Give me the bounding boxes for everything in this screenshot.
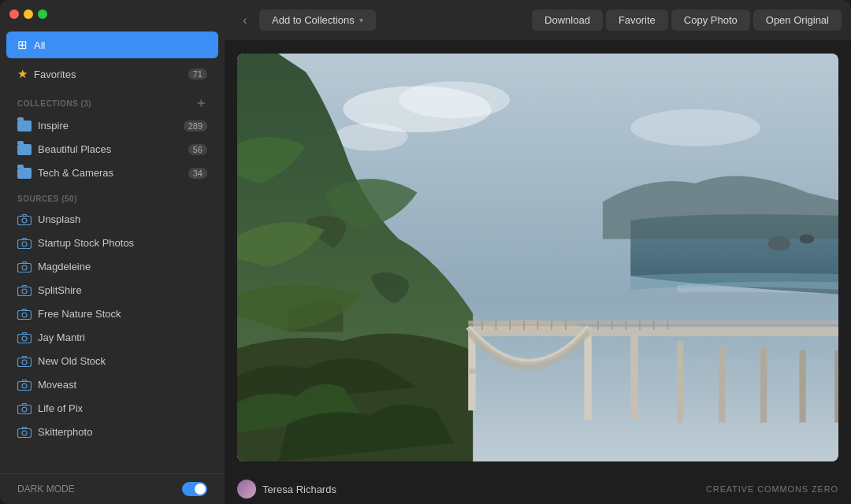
source-item-splitshire[interactable]: SplitShire xyxy=(6,279,218,302)
svg-rect-2 xyxy=(18,239,32,248)
collection-item-beautiful-places[interactable]: Beautiful Places 56 xyxy=(6,138,218,161)
svg-point-19 xyxy=(22,431,27,435)
sidebar-item-all[interactable]: ⊞ All xyxy=(6,32,218,58)
source-item-unsplash[interactable]: Unsplash xyxy=(6,208,218,231)
add-collections-label: Add to Collections xyxy=(272,14,355,26)
source-name: Moveast xyxy=(38,379,76,391)
main-content: ‹ Add to Collections ▾ Download Favorite… xyxy=(225,0,851,504)
download-label: Download xyxy=(544,14,590,26)
source-name: New Old Stock xyxy=(38,355,106,367)
sources-header: SOURCES (50) xyxy=(0,185,225,208)
copy-photo-button[interactable]: Copy Photo xyxy=(671,9,750,31)
source-item-magdeleine[interactable]: Magdeleine xyxy=(6,255,218,278)
svg-point-11 xyxy=(22,336,27,341)
svg-rect-8 xyxy=(18,310,32,319)
svg-rect-12 xyxy=(18,358,32,366)
maximize-button[interactable] xyxy=(38,9,47,19)
collections-header: COLLECTIONS (3) ＋ xyxy=(0,87,225,114)
sidebar-all-label: All xyxy=(34,39,45,51)
collection-name: Tech & Cameras xyxy=(38,167,113,179)
star-icon: ★ xyxy=(17,67,28,81)
photographer-info: Teresa Richards xyxy=(237,480,336,498)
collection-name: Inspire xyxy=(38,120,69,132)
dark-mode-toggle[interactable] xyxy=(182,482,207,496)
svg-point-3 xyxy=(22,242,27,246)
photo-container xyxy=(237,54,838,461)
add-collection-button[interactable]: ＋ xyxy=(195,97,208,109)
license-badge: CREATIVE COMMONS ZERO xyxy=(706,484,838,494)
svg-rect-52 xyxy=(237,54,838,461)
toolbar: ‹ Add to Collections ▾ Download Favorite… xyxy=(225,0,851,41)
svg-rect-4 xyxy=(18,263,32,272)
bridge-photo xyxy=(237,54,838,461)
avatar xyxy=(237,480,256,498)
add-to-collections-button[interactable]: Add to Collections ▾ xyxy=(259,9,376,31)
source-item-moveast[interactable]: Moveast xyxy=(6,373,218,396)
dropdown-arrow-icon: ▾ xyxy=(359,16,363,24)
source-item-new-old-stock[interactable]: New Old Stock xyxy=(6,350,218,372)
camera-icon xyxy=(17,427,32,438)
collections-header-label: COLLECTIONS (3) xyxy=(17,99,91,108)
svg-point-7 xyxy=(22,289,27,294)
source-name: Magdeleine xyxy=(38,261,91,272)
source-item-skitterphoto[interactable]: Skitterphoto xyxy=(6,421,218,443)
traffic-lights xyxy=(9,9,47,19)
source-name: Free Nature Stock xyxy=(38,308,121,320)
svg-point-15 xyxy=(22,384,27,388)
svg-rect-18 xyxy=(18,428,32,437)
svg-rect-10 xyxy=(18,334,32,343)
camera-icon xyxy=(17,380,32,391)
collection-count: 289 xyxy=(184,120,207,132)
svg-point-9 xyxy=(22,313,27,317)
camera-icon xyxy=(17,214,32,225)
favorites-count: 71 xyxy=(188,69,207,80)
folder-icon xyxy=(17,168,32,179)
favorite-label: Favorite xyxy=(619,14,656,26)
svg-point-13 xyxy=(22,360,27,365)
open-original-button[interactable]: Open Original xyxy=(753,9,842,31)
collection-item-inspire[interactable]: Inspire 289 xyxy=(6,114,218,137)
favorite-button[interactable]: Favorite xyxy=(606,9,668,31)
svg-rect-0 xyxy=(18,216,32,224)
minimize-button[interactable] xyxy=(24,9,33,19)
source-item-life-of-pix[interactable]: Life of Pix xyxy=(6,397,218,420)
app-body: ⊞ All ★ Favorites 71 COLLECTIONS (3) ＋ I… xyxy=(0,0,851,504)
sidebar: ⊞ All ★ Favorites 71 COLLECTIONS (3) ＋ I… xyxy=(0,0,225,504)
camera-icon xyxy=(17,332,32,343)
photo-area xyxy=(225,41,851,474)
collection-item-tech-cameras[interactable]: Tech & Cameras 34 xyxy=(6,161,218,184)
source-name: Jay Mantri xyxy=(38,332,85,343)
sidebar-item-favorites[interactable]: ★ Favorites 71 xyxy=(6,61,218,87)
back-button[interactable]: ‹ xyxy=(234,9,256,32)
sources-header-label: SOURCES (50) xyxy=(17,195,77,203)
camera-icon xyxy=(17,403,32,414)
source-name: Unsplash xyxy=(38,213,80,225)
favorites-label: Favorites xyxy=(34,69,76,80)
svg-point-17 xyxy=(22,407,27,412)
source-name: SplitShire xyxy=(38,284,82,296)
folder-icon xyxy=(17,120,32,132)
app-window: ⊞ All ★ Favorites 71 COLLECTIONS (3) ＋ I… xyxy=(0,0,851,504)
source-item-free-nature-stock[interactable]: Free Nature Stock xyxy=(6,302,218,325)
svg-point-1 xyxy=(22,218,27,223)
camera-icon xyxy=(17,309,32,320)
dark-mode-label: DARK MODE xyxy=(17,484,75,495)
back-icon: ‹ xyxy=(243,13,247,28)
svg-rect-6 xyxy=(18,287,32,295)
source-name: Startup Stock Photos xyxy=(38,237,134,249)
close-button[interactable] xyxy=(9,9,19,19)
source-name: Skitterphoto xyxy=(38,426,92,438)
camera-icon xyxy=(17,285,32,296)
source-item-jay-mantri[interactable]: Jay Mantri xyxy=(6,326,218,349)
collection-count: 56 xyxy=(188,144,207,155)
camera-icon xyxy=(17,261,32,272)
folder-icon xyxy=(17,144,32,155)
svg-rect-14 xyxy=(18,381,32,390)
source-item-startup-stock[interactable]: Startup Stock Photos xyxy=(6,232,218,254)
download-button[interactable]: Download xyxy=(532,9,603,31)
collection-count: 34 xyxy=(188,168,207,179)
dark-mode-section: DARK MODE xyxy=(0,473,225,504)
open-original-label: Open Original xyxy=(766,14,829,26)
collection-name: Beautiful Places xyxy=(38,143,111,155)
grid-icon: ⊞ xyxy=(17,38,28,52)
